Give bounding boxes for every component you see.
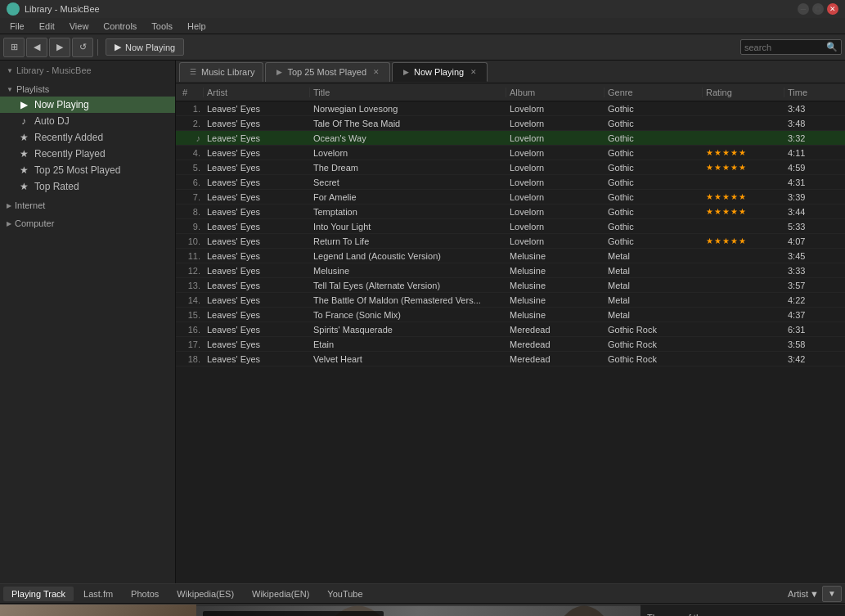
tab-top25[interactable]: ▶ Top 25 Most Played ✕ — [265, 62, 390, 82]
table-row[interactable]: 17. Leaves' Eyes Etain Meredead Gothic R… — [176, 337, 845, 352]
btab-lastfm[interactable]: Last.fm — [75, 587, 121, 601]
table-row[interactable]: 7. Leaves' Eyes For Amelie Lovelorn Goth… — [176, 190, 845, 205]
table-row[interactable]: 14. Leaves' Eyes The Battle Of Maldon (R… — [176, 293, 845, 308]
track-rating[interactable]: ★★★★★ — [703, 236, 784, 245]
internet-label: Internet — [15, 200, 45, 210]
table-row[interactable]: ♪ Leaves' Eyes Ocean's Way Lovelorn Goth… — [176, 131, 845, 146]
playlist-icon: ♪ — [18, 115, 29, 127]
track-genre: Gothic — [605, 222, 703, 232]
star-icon: ★ — [730, 192, 738, 201]
table-row[interactable]: 8. Leaves' Eyes Temptation Lovelorn Goth… — [176, 205, 845, 219]
close-button[interactable]: ✕ — [827, 3, 838, 15]
track-genre: Metal — [605, 295, 703, 305]
maximize-button[interactable]: □ — [812, 3, 824, 15]
refresh-button[interactable]: ↺ — [72, 38, 93, 57]
menu-item-tools[interactable]: Tools — [145, 20, 179, 33]
col-time[interactable]: Time — [784, 88, 834, 97]
table-row[interactable]: 11. Leaves' Eyes Legend Land (Acoustic V… — [176, 249, 845, 263]
star-icon: ★ — [722, 148, 730, 157]
library-header[interactable]: ▼ Library - MusicBee — [0, 62, 175, 79]
track-rating[interactable]: ★★★★★ — [703, 148, 784, 157]
table-row[interactable]: 9. Leaves' Eyes Into Your Light Lovelorn… — [176, 219, 845, 234]
scroll-down-icon[interactable]: ▼ — [822, 586, 842, 602]
table-row[interactable]: 6. Leaves' Eyes Secret Lovelorn Gothic 4… — [176, 175, 845, 190]
track-number: 2. — [179, 119, 204, 128]
tab-now-playing[interactable]: ▶ Now Playing ✕ — [392, 62, 488, 82]
table-row[interactable]: 16. Leaves' Eyes Spirits' Masquerade Mer… — [176, 322, 845, 337]
track-artist: Leaves' Eyes — [204, 178, 310, 187]
track-genre: Gothic — [605, 163, 703, 173]
track-time: 4:07 — [784, 236, 834, 246]
track-number: 14. — [179, 295, 204, 305]
track-genre: Gothic — [605, 133, 703, 143]
artist-dropdown[interactable]: Artist ▼ — [788, 589, 819, 599]
search-input[interactable] — [744, 43, 826, 52]
track-number: 12. — [179, 266, 204, 276]
table-row[interactable]: 1. Leaves' Eyes Norwegian Lovesong Lovel… — [176, 101, 845, 116]
menu-item-help[interactable]: Help — [181, 20, 213, 33]
close-tab-icon[interactable]: ✕ — [371, 67, 381, 77]
sidebar-item-recently-played[interactable]: ★ Recently Played — [0, 146, 175, 162]
search-icon[interactable]: 🔍 — [826, 42, 838, 52]
btab-youtube[interactable]: YouTube — [319, 587, 371, 601]
sidebar-item-top-rated[interactable]: ★ Top Rated — [0, 178, 175, 195]
album-art: Leaves' Eyes — [0, 605, 196, 616]
btab-wikipedia-en[interactable]: Wikipedia(EN) — [244, 587, 317, 601]
bottom-tabs: Playing Track Last.fm Photos Wikipedia(E… — [0, 584, 845, 604]
tab-label: Music Library — [201, 67, 254, 77]
track-genre: Gothic — [605, 119, 703, 128]
table-row[interactable]: 2. Leaves' Eyes Tale Of The Sea Maid Lov… — [176, 116, 845, 131]
track-genre: Gothic — [605, 148, 703, 158]
col-rating[interactable]: Rating — [703, 88, 784, 97]
col-artist[interactable]: Artist — [204, 88, 310, 97]
bottom-tabs-right: Artist ▼ ▼ — [788, 586, 842, 602]
table-row[interactable]: 18. Leaves' Eyes Velvet Heart Meredead G… — [176, 352, 845, 366]
table-row[interactable]: 15. Leaves' Eyes To France (Sonic Mix) M… — [176, 308, 845, 322]
star-icon: ★ — [706, 207, 713, 216]
col-title[interactable]: Title — [310, 88, 506, 97]
star-icon: ★ — [706, 236, 713, 245]
tab-music-library[interactable]: ☰ Music Library — [179, 62, 263, 82]
sidebar-item-now-playing[interactable]: ▶ Now Playing — [0, 97, 175, 113]
table-row[interactable]: 4. Leaves' Eyes Lovelorn Lovelorn Gothic… — [176, 146, 845, 160]
library-button[interactable]: ⊞ — [3, 38, 25, 57]
btab-wikipedia-es[interactable]: Wikipedia(ES) — [169, 587, 242, 601]
computer-header[interactable]: ▶ Computer — [0, 216, 175, 231]
app-logo — [7, 2, 20, 16]
sidebar-item-recently-added[interactable]: ★ Recently Added — [0, 129, 175, 146]
col-album[interactable]: Album — [506, 88, 605, 97]
col-genre[interactable]: Genre — [605, 88, 703, 97]
track-rating[interactable]: ★★★★★ — [703, 192, 784, 201]
minimize-button[interactable]: ─ — [798, 3, 809, 15]
titlebar: Library - MusicBee ─ □ ✕ — [0, 0, 845, 18]
menu-item-edit[interactable]: Edit — [33, 20, 61, 33]
back-button[interactable]: ◀ — [26, 38, 47, 57]
star-icon: ★ — [730, 148, 738, 157]
btab-photos[interactable]: Photos — [123, 587, 167, 601]
sidebar-item-auto-dj[interactable]: ♪ Auto DJ — [0, 113, 175, 129]
table-row[interactable]: 10. Leaves' Eyes Return To Life Lovelorn… — [176, 234, 845, 249]
track-title: Velvet Heart — [310, 354, 506, 364]
menu-item-file[interactable]: File — [3, 20, 31, 33]
main-area: ▼ Library - MusicBee ▼ Playlists ▶ Now P… — [0, 61, 845, 583]
chevron-right-icon: ▶ — [7, 220, 11, 227]
table-row[interactable]: 5. Leaves' Eyes The Dream Lovelorn Gothi… — [176, 160, 845, 175]
playlists-header[interactable]: ▼ Playlists — [0, 82, 175, 97]
star-icon: ★ — [714, 236, 721, 245]
track-rating[interactable]: ★★★★★ — [703, 163, 784, 172]
close-tab-icon[interactable]: ✕ — [469, 67, 479, 77]
track-time: 3:45 — [784, 251, 834, 261]
sidebar-item-top25[interactable]: ★ Top 25 Most Played — [0, 162, 175, 178]
now-playing-toolbar-button[interactable]: ▶ Now Playing — [106, 38, 184, 56]
track-album: Melusine — [506, 310, 605, 320]
btab-playing-track[interactable]: Playing Track — [3, 587, 74, 601]
menu-item-view[interactable]: View — [63, 20, 96, 33]
tracklist: # Artist Title Album Genre Rating Time 1… — [176, 83, 845, 583]
table-row[interactable]: 13. Leaves' Eyes Tell Tal Eyes (Alternat… — [176, 278, 845, 293]
table-row[interactable]: 12. Leaves' Eyes Melusine Melusine Metal… — [176, 263, 845, 278]
forward-button[interactable]: ▶ — [49, 38, 70, 57]
track-rating[interactable]: ★★★★★ — [703, 207, 784, 216]
menu-item-controls[interactable]: Controls — [97, 20, 143, 33]
star-icon: ★ — [714, 163, 721, 172]
internet-header[interactable]: ▶ Internet — [0, 198, 175, 213]
